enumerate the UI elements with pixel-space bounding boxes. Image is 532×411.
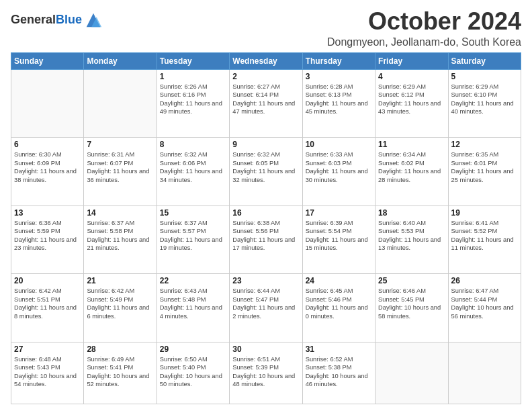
day-number: 18 <box>378 208 445 218</box>
cell-details: Sunrise: 6:34 AMSunset: 6:02 PMDaylight:… <box>378 150 445 184</box>
calendar-cell: 25Sunrise: 6:46 AMSunset: 5:45 PMDayligh… <box>375 274 448 342</box>
day-number: 20 <box>14 276 81 285</box>
calendar-cell: 10Sunrise: 6:33 AMSunset: 6:03 PMDayligh… <box>302 138 375 206</box>
cell-details: Sunrise: 6:32 AMSunset: 6:06 PMDaylight:… <box>160 150 226 184</box>
day-number: 14 <box>87 208 153 218</box>
calendar-week-row: 6Sunrise: 6:30 AMSunset: 6:09 PMDaylight… <box>11 138 521 206</box>
cell-details: Sunrise: 6:42 AMSunset: 5:49 PMDaylight:… <box>87 287 153 320</box>
calendar-cell: 7Sunrise: 6:31 AMSunset: 6:07 PMDaylight… <box>84 138 157 206</box>
calendar-cell: 3Sunrise: 6:28 AMSunset: 6:13 PMDaylight… <box>302 69 375 138</box>
calendar-cell: 9Sunrise: 6:32 AMSunset: 6:05 PMDaylight… <box>230 138 302 206</box>
calendar-cell <box>84 69 157 138</box>
calendar-cell: 6Sunrise: 6:30 AMSunset: 6:09 PMDaylight… <box>11 138 84 206</box>
weekday-header-saturday: Saturday <box>448 52 521 69</box>
calendar-cell: 16Sunrise: 6:38 AMSunset: 5:56 PMDayligh… <box>230 205 302 274</box>
cell-details: Sunrise: 6:29 AMSunset: 6:10 PMDaylight:… <box>451 83 518 116</box>
day-number: 29 <box>160 345 226 354</box>
cell-details: Sunrise: 6:28 AMSunset: 6:13 PMDaylight:… <box>306 83 372 116</box>
location-subtitle: Dongmyeon, Jeollanam-do, South Korea <box>327 36 521 48</box>
calendar-cell: 19Sunrise: 6:41 AMSunset: 5:52 PMDayligh… <box>448 205 521 274</box>
calendar-week-row: 13Sunrise: 6:36 AMSunset: 5:59 PMDayligh… <box>11 205 521 274</box>
logo-blue-text: Blue <box>56 13 82 26</box>
cell-details: Sunrise: 6:48 AMSunset: 5:43 PMDaylight:… <box>14 355 81 389</box>
day-number: 4 <box>378 72 445 81</box>
calendar-cell: 28Sunrise: 6:49 AMSunset: 5:41 PMDayligh… <box>84 342 157 404</box>
calendar-cell: 23Sunrise: 6:44 AMSunset: 5:47 PMDayligh… <box>230 274 302 342</box>
day-number: 30 <box>232 345 299 354</box>
cell-details: Sunrise: 6:32 AMSunset: 6:05 PMDaylight:… <box>232 150 299 184</box>
calendar-cell: 30Sunrise: 6:51 AMSunset: 5:39 PMDayligh… <box>230 342 302 404</box>
cell-details: Sunrise: 6:35 AMSunset: 6:01 PMDaylight:… <box>451 150 518 184</box>
calendar-cell: 24Sunrise: 6:45 AMSunset: 5:46 PMDayligh… <box>302 274 375 342</box>
cell-details: Sunrise: 6:43 AMSunset: 5:48 PMDaylight:… <box>160 287 226 320</box>
cell-details: Sunrise: 6:29 AMSunset: 6:12 PMDaylight:… <box>378 83 445 116</box>
calendar-week-row: 20Sunrise: 6:42 AMSunset: 5:51 PMDayligh… <box>11 274 521 342</box>
cell-details: Sunrise: 6:30 AMSunset: 6:09 PMDaylight:… <box>14 150 81 184</box>
calendar-cell: 27Sunrise: 6:48 AMSunset: 5:43 PMDayligh… <box>11 342 84 404</box>
weekday-header-thursday: Thursday <box>302 52 375 69</box>
title-section: October 2024 Dongmyeon, Jeollanam-do, So… <box>327 8 521 48</box>
calendar-cell: 2Sunrise: 6:27 AMSunset: 6:14 PMDaylight… <box>230 69 302 138</box>
day-number: 16 <box>232 208 299 218</box>
calendar-cell <box>448 342 521 404</box>
page: GeneralBlue October 2024 Dongmyeon, Jeol… <box>0 0 532 411</box>
weekday-header-wednesday: Wednesday <box>230 52 302 69</box>
cell-details: Sunrise: 6:52 AMSunset: 5:38 PMDaylight:… <box>306 355 372 389</box>
day-number: 23 <box>232 276 299 285</box>
weekday-header-row: SundayMondayTuesdayWednesdayThursdayFrid… <box>11 52 521 69</box>
cell-details: Sunrise: 6:40 AMSunset: 5:53 PMDaylight:… <box>378 219 445 253</box>
cell-details: Sunrise: 6:36 AMSunset: 5:59 PMDaylight:… <box>14 219 81 253</box>
day-number: 17 <box>306 208 372 218</box>
cell-details: Sunrise: 6:38 AMSunset: 5:56 PMDaylight:… <box>232 219 299 253</box>
weekday-header-monday: Monday <box>84 52 157 69</box>
cell-details: Sunrise: 6:37 AMSunset: 5:58 PMDaylight:… <box>87 219 153 253</box>
day-number: 3 <box>306 72 372 81</box>
day-number: 13 <box>14 208 81 218</box>
calendar-cell: 21Sunrise: 6:42 AMSunset: 5:49 PMDayligh… <box>84 274 157 342</box>
calendar-cell: 4Sunrise: 6:29 AMSunset: 6:12 PMDaylight… <box>375 69 448 138</box>
cell-details: Sunrise: 6:27 AMSunset: 6:14 PMDaylight:… <box>232 83 299 116</box>
calendar-cell: 20Sunrise: 6:42 AMSunset: 5:51 PMDayligh… <box>11 274 84 342</box>
calendar-cell: 14Sunrise: 6:37 AMSunset: 5:58 PMDayligh… <box>84 205 157 274</box>
logo-icon <box>84 11 103 30</box>
calendar-cell: 18Sunrise: 6:40 AMSunset: 5:53 PMDayligh… <box>375 205 448 274</box>
day-number: 22 <box>160 276 226 285</box>
day-number: 21 <box>87 276 153 285</box>
day-number: 9 <box>232 140 299 149</box>
calendar-cell: 12Sunrise: 6:35 AMSunset: 6:01 PMDayligh… <box>448 138 521 206</box>
cell-details: Sunrise: 6:37 AMSunset: 5:57 PMDaylight:… <box>160 219 226 253</box>
cell-details: Sunrise: 6:42 AMSunset: 5:51 PMDaylight:… <box>14 287 81 320</box>
cell-details: Sunrise: 6:49 AMSunset: 5:41 PMDaylight:… <box>87 355 153 389</box>
cell-details: Sunrise: 6:47 AMSunset: 5:44 PMDaylight:… <box>451 287 518 320</box>
day-number: 26 <box>451 276 518 285</box>
day-number: 5 <box>451 72 518 81</box>
header: GeneralBlue October 2024 Dongmyeon, Jeol… <box>11 8 521 48</box>
month-title: October 2024 <box>327 8 521 35</box>
cell-details: Sunrise: 6:50 AMSunset: 5:40 PMDaylight:… <box>160 355 226 389</box>
day-number: 27 <box>14 345 81 354</box>
cell-details: Sunrise: 6:46 AMSunset: 5:45 PMDaylight:… <box>378 287 445 320</box>
day-number: 25 <box>378 276 445 285</box>
cell-details: Sunrise: 6:26 AMSunset: 6:16 PMDaylight:… <box>160 83 226 116</box>
day-number: 15 <box>160 208 226 218</box>
calendar-cell: 1Sunrise: 6:26 AMSunset: 6:16 PMDaylight… <box>157 69 229 138</box>
cell-details: Sunrise: 6:41 AMSunset: 5:52 PMDaylight:… <box>451 219 518 253</box>
calendar-week-row: 27Sunrise: 6:48 AMSunset: 5:43 PMDayligh… <box>11 342 521 404</box>
calendar-cell: 13Sunrise: 6:36 AMSunset: 5:59 PMDayligh… <box>11 205 84 274</box>
day-number: 12 <box>451 140 518 149</box>
calendar-cell <box>11 69 84 138</box>
calendar-cell: 15Sunrise: 6:37 AMSunset: 5:57 PMDayligh… <box>157 205 229 274</box>
calendar-cell <box>375 342 448 404</box>
calendar-cell: 11Sunrise: 6:34 AMSunset: 6:02 PMDayligh… <box>375 138 448 206</box>
day-number: 7 <box>87 140 153 149</box>
day-number: 10 <box>306 140 372 149</box>
calendar-cell: 31Sunrise: 6:52 AMSunset: 5:38 PMDayligh… <box>302 342 375 404</box>
calendar-cell: 8Sunrise: 6:32 AMSunset: 6:06 PMDaylight… <box>157 138 229 206</box>
day-number: 11 <box>378 140 445 149</box>
weekday-header-sunday: Sunday <box>11 52 84 69</box>
calendar-cell: 29Sunrise: 6:50 AMSunset: 5:40 PMDayligh… <box>157 342 229 404</box>
day-number: 31 <box>306 345 372 354</box>
day-number: 6 <box>14 140 81 149</box>
cell-details: Sunrise: 6:44 AMSunset: 5:47 PMDaylight:… <box>232 287 299 320</box>
cell-details: Sunrise: 6:33 AMSunset: 6:03 PMDaylight:… <box>306 150 372 184</box>
